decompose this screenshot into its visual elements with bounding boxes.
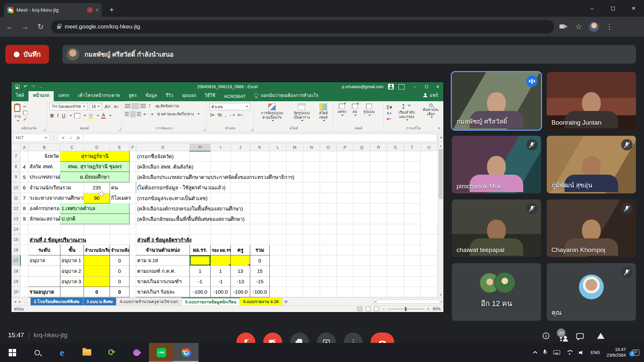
account-avatar-icon[interactable] <box>388 84 394 89</box>
action-center-icon[interactable]: 2 <box>632 350 639 356</box>
tray-network-icon[interactable] <box>567 350 573 355</box>
row-20[interactable]: 20 รวมอนุบาล 0 0 ขาด/เกินฯ ร้อยละ -100.0… <box>12 287 438 297</box>
align-top-icon[interactable] <box>125 104 130 108</box>
back-button[interactable]: ← <box>5 22 15 31</box>
percent-style-icon[interactable]: % <box>217 112 222 118</box>
conditional-formatting-button[interactable]: การจัดรูปแบบตามเงื่อนไข <box>257 103 287 122</box>
bookmark-star-icon[interactable]: ☆ <box>574 22 584 31</box>
chat-panel-icon[interactable] <box>576 333 584 339</box>
browser-tab[interactable]: Meet - krq-hkeu-jtg × <box>4 3 102 17</box>
font-size-select[interactable]: 16 <box>90 103 102 110</box>
clipboard-dialog-launcher[interactable] <box>43 128 46 131</box>
formula-input[interactable] <box>84 134 437 142</box>
sheet-tab-4[interactable]: 4.แบบรายจำนวนครูตามวิชาเอก <box>116 298 182 305</box>
sheet-tab-6[interactable]: 6.แบบรายงาน จ.18 <box>240 298 282 305</box>
num-dialog-launcher[interactable] <box>250 128 253 131</box>
redo-icon[interactable]: ↷ <box>31 84 35 89</box>
reload-button[interactable]: ↻ <box>36 22 46 31</box>
ribbon-tab-acrobat[interactable]: ACROBAT <box>220 92 250 101</box>
fill-color-icon[interactable]: ◇ <box>88 112 93 119</box>
self-tile[interactable]: คุณ <box>547 263 636 321</box>
new-tab-button[interactable]: + <box>107 5 117 15</box>
qat-customize-icon[interactable]: ⌄ <box>39 84 43 89</box>
autosum-icon[interactable]: Σ▾ <box>386 104 392 110</box>
url-bar[interactable]: meet.google.com/krq-hkeu-jtg <box>51 20 554 34</box>
taskbar-search-button[interactable] <box>25 343 50 362</box>
ribbon-tab-view[interactable]: มุมมอง <box>178 89 200 101</box>
decrease-indent-icon[interactable]: ⇤ <box>143 112 147 116</box>
sheet-tab-2[interactable]: 2.โรงเรียนคิดเกณฑ์พิเศษ <box>31 298 83 305</box>
paste-button[interactable]: วาง <box>14 103 20 122</box>
row-14[interactable]: 14 <box>12 224 438 234</box>
participant-tile-pimchanok[interactable]: pimchanok Muk <box>452 136 541 193</box>
formula-bar-expand-icon[interactable] <box>437 134 443 142</box>
tray-volume-icon[interactable] <box>579 350 584 355</box>
grow-font-button[interactable]: A˄ <box>104 104 111 109</box>
bold-button[interactable]: B <box>50 113 54 118</box>
insert-function-icon[interactable]: fx <box>77 135 80 140</box>
ribbon-tab-help[interactable]: วิธีใช้ <box>200 89 220 101</box>
al-dialog-launcher[interactable] <box>203 128 205 131</box>
shrink-font-button[interactable]: A˅ <box>113 105 119 109</box>
fill-icon[interactable]: ⬇▾ <box>386 111 392 116</box>
meeting-details-icon[interactable]: i <box>543 333 549 339</box>
ribbon-tab-page-layout[interactable]: เค้าโครงหน้ากระดาษ <box>74 89 124 101</box>
borders-icon[interactable] <box>74 113 80 118</box>
participant-tile-kamonpat[interactable]: กมลพัชญ์ ศรีสวัสดิ์ <box>452 72 541 130</box>
page-layout-view-icon[interactable] <box>366 307 371 311</box>
taskbar-chrome-button[interactable] <box>174 343 199 362</box>
scroll-up-icon[interactable]: ▲ <box>439 144 442 147</box>
row-7[interactable]: 7 จังหวัด สุราษฎร์ธานี (กรอกชื่อจังหวัด) <box>12 151 438 162</box>
normal-view-icon[interactable] <box>357 307 362 311</box>
excel-maximize-button[interactable] <box>421 82 432 91</box>
zoom-slider[interactable] <box>387 309 424 309</box>
clear-icon[interactable]: ◆▾ <box>386 117 392 121</box>
row-17[interactable]: 17 อนุบาล อนุบาล 1 0 ตาม จ.18 0 <box>12 255 438 266</box>
participant-tile-chaiwat[interactable]: chaiwat teepapal <box>452 199 541 257</box>
zoom-out-icon[interactable]: − <box>382 307 385 311</box>
cell-styles-button[interactable]: สไตล์เซลล์ <box>316 103 330 122</box>
row-19[interactable]: 19 อนุบาล 3 0 ขาด/เกินจากเกณฑ์ฯ -1 -1 -1… <box>12 276 438 287</box>
sheet-tab-3[interactable]: 3.แบบ ม.พิเศษ <box>83 298 116 305</box>
zoom-level[interactable]: 90% <box>433 307 441 311</box>
ribbon-tab-home[interactable]: หน้าแรก <box>29 89 54 101</box>
window-minimize-button[interactable]: ─ <box>582 0 602 17</box>
horizontal-scrollbar[interactable]: ◂ ▸ <box>373 298 443 305</box>
participant-tile-chayanin[interactable]: Chayanin Khompoj <box>547 199 636 257</box>
row-11[interactable]: 117 ระยะทางจากสถานศึกษาถึง สพ 90 กิโลเมต… <box>12 193 438 203</box>
sort-filter-button[interactable]: AZ เรียงลำดับและกรอง <box>395 103 419 121</box>
column-header-row[interactable]: ABC DEF GHI JKL MNO PQR STU <box>12 144 438 151</box>
hscroll-left-icon[interactable]: ◂ <box>374 300 376 303</box>
increase-indent-icon[interactable]: ⇥ <box>149 112 154 116</box>
add-sheet-button[interactable]: ⊕ <box>282 298 290 305</box>
sheet-tab-5-active[interactable]: 5.แบบรายงานข้อมูลนักเรียน <box>182 298 240 305</box>
format-painter-icon[interactable]: 🖌︎ <box>23 117 28 121</box>
scroll-down-icon[interactable]: ▼ <box>439 293 442 297</box>
sheet-nav-more[interactable]: … <box>24 299 28 304</box>
taskbar-clock[interactable]: 15:47 23/6/2564 <box>606 347 626 358</box>
italic-button[interactable]: I <box>56 113 59 118</box>
tab-close-icon[interactable]: × <box>96 7 99 13</box>
ribbon-tab-formulas[interactable]: สูตร <box>124 89 141 101</box>
insert-cells-button[interactable]: แทรก <box>336 103 348 117</box>
share-button[interactable]: แชร์ <box>418 89 443 101</box>
spreadsheet-grid[interactable]: ABC DEF GHI JKL MNO PQR STU 7 จังหวัด สุ… <box>11 143 438 297</box>
zoom-in-icon[interactable]: + <box>427 307 429 311</box>
format-as-table-button[interactable]: จัดรูปแบบเป็นตาราง <box>289 103 314 122</box>
browser-menu-icon[interactable]: ⋮ <box>604 22 614 31</box>
number-format-select[interactable]: ตัวเลข <box>209 103 250 110</box>
row-8[interactable]: 84 สังกัด สพท. สพม. สุราษฎร์ธานี ชุมพร (… <box>12 162 438 172</box>
row-15[interactable]: 15 ส่วนที่ 2 ข้อมูลปริมาณงาน ส่วนที่ 3 ข… <box>12 235 438 245</box>
row-13[interactable]: 139 ลักษณะสถานศึกษ ป.ปกติ (คลิกเลือกลักษ… <box>12 214 438 224</box>
excel-minimize-button[interactable]: ─ <box>409 82 421 91</box>
row-16-table-headers[interactable]: 16 ระดับ ชั้น จำนวนนักเรียน จำนวนห้อง จำ… <box>12 245 438 255</box>
find-select-button[interactable]: ค้นหาและเลือก <box>421 103 440 119</box>
row-10[interactable]: 106 จำนวนนักเรียนรวม 235 คน (ไม่ต้องกรอก… <box>12 182 438 193</box>
language-indicator[interactable]: ENG <box>591 350 600 355</box>
taskbar-sync-app-button[interactable]: ⟳ <box>99 343 124 362</box>
align-right-icon[interactable] <box>137 112 141 116</box>
formula-cancel-icon[interactable]: ✕ <box>61 135 65 140</box>
ribbon-tab-insert[interactable]: แทรก <box>54 89 73 101</box>
excel-close-button[interactable]: ✕ <box>432 82 443 91</box>
wrap-text-button[interactable]: ab̲ ตัดข้อความ <box>155 103 179 109</box>
